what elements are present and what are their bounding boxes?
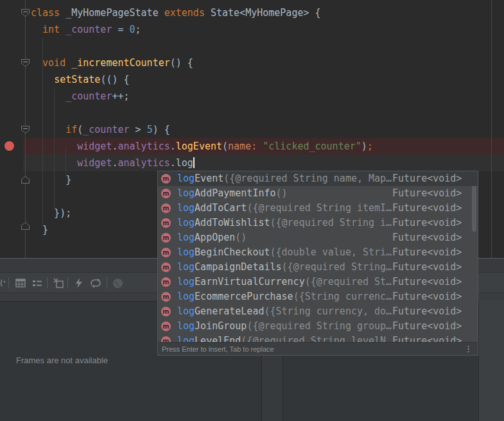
completion-item[interactable]: mlogLevelEnd({@required String levelN…Fu… [158,334,478,342]
completion-item[interactable]: mlogAddToWishlist({@required String i…Fu… [158,216,478,230]
method-icon: m [161,277,171,287]
completion-item[interactable]: mlogAppOpen()Future<void> [158,230,478,245]
completion-item[interactable]: mlogEarnVirtualCurrency({@required St…Fu… [158,275,478,289]
fold-marker-expanded[interactable] [21,126,30,133]
mute-breakpoints-icon[interactable] [51,276,65,290]
hot-swap-ball-icon[interactable] [110,276,125,290]
fold-marker-expanded[interactable] [21,9,30,17]
code-line: setState(() { [31,71,373,88]
completion-list: mlogEvent({@required String name, Map…Fu… [158,171,478,342]
layout-settings-icon[interactable] [30,276,44,290]
completion-popup: mlogEvent({@required String name, Map…Fu… [157,171,478,356]
completion-hint-bar: Press Enter to insert, Tab to replace ⋮ [158,342,478,355]
toolbar-separator [8,277,9,288]
completion-item[interactable]: mlogJoinGroup({@required String group…Fu… [158,319,478,334]
method-icon: m [161,307,171,316]
code-line: if(_counter > 5) { [31,121,373,138]
fold-marker-expanded[interactable] [21,59,30,67]
method-icon: m [161,248,171,257]
method-icon: m [161,292,171,302]
fold-marker-end[interactable] [21,222,30,230]
hint-text: Press Enter to insert, Tab to replace [162,345,274,353]
method-icon: m [161,218,171,228]
partial-icon [0,276,5,290]
more-options-icon[interactable]: ⋮ [464,343,473,356]
completion-item[interactable]: mlogAddPaymentInfo()Future<void> [158,186,478,201]
code-line: void _incrementCounter() { [31,55,373,71]
right-panel-column [478,300,504,421]
code-line: widget.analytics.log [31,155,373,171]
method-icon: m [161,262,171,272]
completion-item[interactable]: mlogGenerateLead({String currency, do…Fu… [158,304,478,319]
breakpoint-icon[interactable] [4,141,14,151]
toolbar-separator [67,277,68,288]
completion-item[interactable]: mlogEvent({@required String name, Map…Fu… [158,171,478,186]
completion-item[interactable]: mlogCampaignDetails({@required String…Fu… [158,260,478,275]
method-icon: m [161,336,171,342]
method-icon: m [161,174,171,184]
code-line: class _MyHomePageState extends State<MyH… [31,4,373,21]
force-run-icon[interactable] [72,276,86,290]
code-line: _counter++; [31,88,373,105]
method-icon: m [161,322,171,331]
text-caret [193,157,195,168]
ide-window: class _MyHomePageState extends State<MyH… [0,0,504,421]
completion-item[interactable]: mlogAddToCart({@required String itemI…Fu… [158,201,478,216]
code-line: int _counter = 0; [31,21,373,38]
fold-marker-end[interactable] [21,176,30,184]
method-icon: m [161,203,171,213]
completion-item[interactable]: mlogEcommercePurchase({String currenc…Fu… [158,289,478,304]
toolbar-separator [47,277,48,288]
code-line: widget.analytics.logEvent(name: "clicked… [31,138,373,155]
evaluate-grid-icon[interactable] [13,276,28,290]
toolbar-separator [107,277,107,288]
code-line [31,105,373,121]
method-icon: m [161,189,171,198]
completion-item[interactable]: mlogBeginCheckout({double value, Stri…Fu… [158,245,478,260]
right-margin-guide [491,0,492,258]
frames-message: Frames are not available [16,356,108,365]
code-line [31,38,373,55]
method-icon: m [161,233,171,243]
rerun-loop-icon[interactable] [89,276,103,290]
